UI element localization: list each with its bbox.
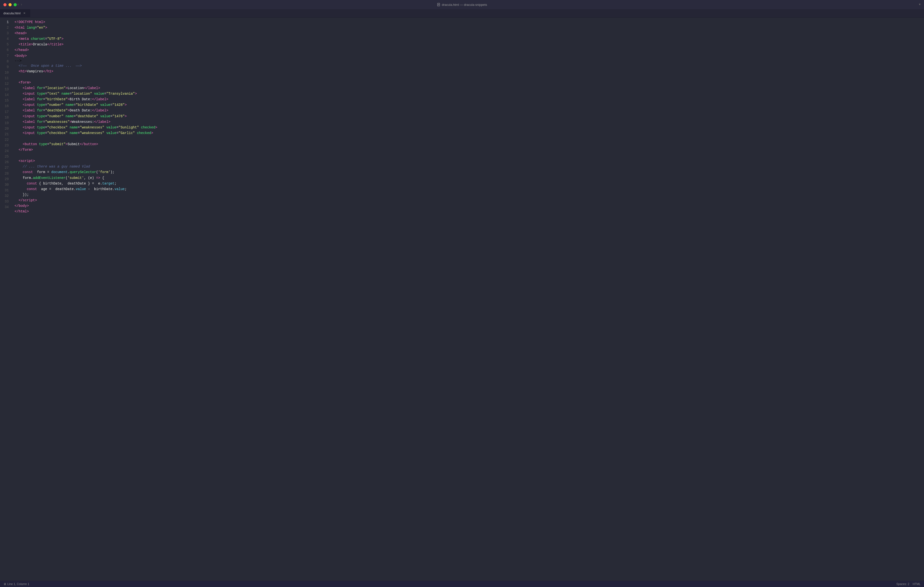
code-line-34: </html> xyxy=(15,209,924,214)
code-line-17: <input type="number" name="deathDate" va… xyxy=(15,114,924,119)
code-line-14: <label for="birthDate">Birth Date:</labe… xyxy=(15,97,924,102)
code-line-23: </form> xyxy=(15,147,924,153)
code-line-24 xyxy=(15,153,924,158)
line-number-6: 6 xyxy=(0,47,13,53)
line-number-22: 22 xyxy=(0,137,13,143)
editor-area: 1 2 3 4 5 6 7 8 9 10 11 12 13 14 15 16 1… xyxy=(0,18,924,581)
code-line-3: <head> xyxy=(15,31,924,36)
line-number-15: 15 xyxy=(0,98,13,103)
line-number-10: 10 xyxy=(0,70,13,76)
code-line-31: }); xyxy=(15,192,924,198)
tab-close-button[interactable]: ✕ xyxy=(23,12,26,15)
status-left: 🖥 Line 1, Column 1 xyxy=(3,582,30,586)
title-bar: ‹ › dracula.html — dracula-snippets ▼ xyxy=(0,0,924,9)
code-line-10 xyxy=(15,74,924,80)
line-number-8: 8 xyxy=(0,59,13,64)
code-line-8: <!—— Once upon a time ... ——> xyxy=(15,63,924,69)
monitor-icon: 🖥 xyxy=(3,582,6,586)
line-number-29: 29 xyxy=(0,177,13,182)
code-line-15: <input type="number" name="birthDate" va… xyxy=(15,102,924,108)
code-line-28: form.addEventListener('submit', (e) => { xyxy=(15,175,924,181)
code-line-21 xyxy=(15,136,924,142)
line-number-30: 30 xyxy=(0,182,13,188)
code-line-25: <script> xyxy=(15,158,924,164)
line-number-25: 25 xyxy=(0,154,13,159)
line-number-27: 27 xyxy=(0,165,13,171)
traffic-lights xyxy=(3,3,17,6)
line-numbers: 1 2 3 4 5 6 7 8 9 10 11 12 13 14 15 16 1… xyxy=(0,18,13,581)
nav-arrows: ‹ › xyxy=(17,2,23,7)
line-number-33: 33 xyxy=(0,199,13,204)
line-number-9: 9 xyxy=(0,64,13,70)
code-line-30: const age = deathDate.value - birthDate.… xyxy=(15,187,924,192)
line-number-1: 1 xyxy=(0,20,13,25)
line-number-19: 19 xyxy=(0,121,13,126)
spaces-info: Spaces: 2 xyxy=(896,582,909,586)
code-line-4: <meta charset="UTF-8"> xyxy=(15,36,924,42)
line-number-14: 14 xyxy=(0,92,13,98)
maximize-button[interactable] xyxy=(13,3,17,6)
nav-forward-icon[interactable]: › xyxy=(20,2,23,7)
line-number-17: 17 xyxy=(0,109,13,115)
line-number-11: 11 xyxy=(0,76,13,81)
status-bar: 🖥 Line 1, Column 1 Spaces: 2 HTML xyxy=(0,581,924,587)
code-line-19: <input type="checkbox" name="weaknesses"… xyxy=(15,125,924,131)
code-line-32: </script> xyxy=(15,198,924,203)
code-line-5: <title>Dracula</title> xyxy=(15,42,924,47)
minimize-button[interactable] xyxy=(8,3,12,6)
code-line-11: <form> xyxy=(15,80,924,86)
dropdown-icon[interactable]: ▼ xyxy=(919,3,921,6)
code-line-1: <!DOCTYPE html> xyxy=(15,20,924,25)
code-line-9: <h1>Vampires</h1> xyxy=(15,69,924,74)
code-line-27: const form = document.querySelector('for… xyxy=(15,169,924,175)
code-line-2: <html lang="en"> xyxy=(15,25,924,31)
window-title: dracula.html — dracula-snippets xyxy=(442,3,487,7)
line-number-5: 5 xyxy=(0,42,13,47)
line-number-12: 12 xyxy=(0,81,13,87)
status-right: Spaces: 2 HTML xyxy=(896,582,921,586)
line-number-13: 13 xyxy=(0,87,13,92)
code-line-29: const { birthDate, deathDate } = e.targe… xyxy=(15,181,924,187)
code-line-22: <button type="submit">Submit</button> xyxy=(15,142,924,147)
cursor-position: Line 1, Column 1 xyxy=(7,582,30,586)
line-number-24: 24 xyxy=(0,148,13,154)
file-icon xyxy=(437,3,441,6)
tab-bar: dracula.html ✕ xyxy=(0,9,924,18)
tab-dracula-html[interactable]: dracula.html ✕ xyxy=(0,9,30,18)
line-number-26: 26 xyxy=(0,159,13,165)
tab-label: dracula.html xyxy=(3,12,21,15)
line-number-18: 18 xyxy=(0,115,13,121)
line-number-20: 20 xyxy=(0,126,13,132)
code-line-18: <label for="weaknesses">Weaknesses:</lab… xyxy=(15,119,924,125)
code-line-26: // ... there was a guy named Vlad xyxy=(15,164,924,169)
line-number-7: 7 xyxy=(0,53,13,59)
line-number-3: 3 xyxy=(0,31,13,36)
title-bar-center: dracula.html — dracula-snippets xyxy=(437,3,487,7)
line-number-31: 31 xyxy=(0,188,13,193)
line-number-32: 32 xyxy=(0,193,13,199)
code-editor[interactable]: <!DOCTYPE html> <html lang="en"> <head> … xyxy=(13,18,924,581)
code-line-16: <label for="deathDate">Death Date:</labe… xyxy=(15,108,924,113)
line-number-2: 2 xyxy=(0,25,13,31)
code-line-7: <body> xyxy=(15,53,924,59)
close-button[interactable] xyxy=(3,3,7,6)
line-number-21: 21 xyxy=(0,132,13,137)
line-number-28: 28 xyxy=(0,171,13,177)
line-number-16: 16 xyxy=(0,103,13,109)
line-number-23: 23 xyxy=(0,143,13,148)
code-line-6: </head> xyxy=(15,47,924,53)
line-number-4: 4 xyxy=(0,36,13,42)
line-number-34: 34 xyxy=(0,204,13,210)
code-line-33: </body> xyxy=(15,203,924,209)
language-info: HTML xyxy=(912,582,921,586)
code-line-13: <input type="text" name="location" value… xyxy=(15,91,924,97)
nav-back-icon[interactable]: ‹ xyxy=(17,2,20,7)
code-line-20: <input type="checkbox" name="weaknesses"… xyxy=(15,131,924,136)
status-monitor: 🖥 Line 1, Column 1 xyxy=(3,582,30,586)
code-line-12: <label for="location">Location</label> xyxy=(15,86,924,91)
